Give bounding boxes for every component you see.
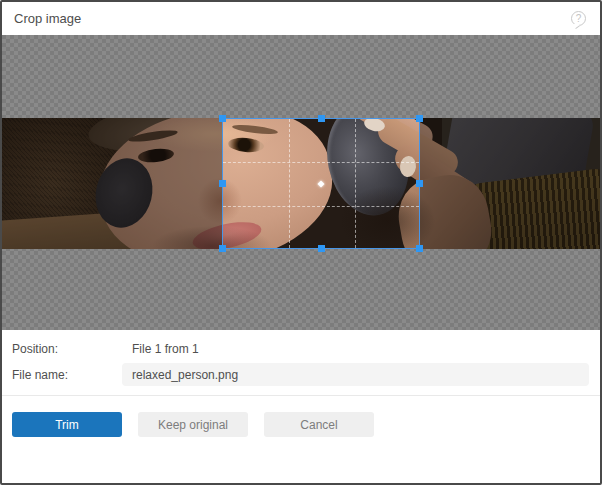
dialog-title: Crop image <box>14 11 81 26</box>
keep-original-button[interactable]: Keep original <box>138 412 248 437</box>
crop-grid-line <box>289 119 290 248</box>
filename-input[interactable] <box>122 363 589 386</box>
filename-label: File name: <box>12 368 122 382</box>
crop-handle-w[interactable] <box>219 180 226 187</box>
crop-handle-n[interactable] <box>318 115 325 122</box>
crop-image-dialog: Crop image ? <box>0 0 602 485</box>
crop-handle-se[interactable] <box>416 245 423 252</box>
crop-handle-nw[interactable] <box>219 115 226 122</box>
crop-handle-e[interactable] <box>416 180 423 187</box>
crop-dim-overlay-left <box>2 118 222 249</box>
position-label: Position: <box>12 342 122 356</box>
help-icon[interactable]: ? <box>571 11 586 26</box>
crop-handle-ne[interactable] <box>416 115 423 122</box>
cancel-button[interactable]: Cancel <box>264 412 374 437</box>
crop-grid-line <box>223 162 419 163</box>
crop-handle-sw[interactable] <box>219 245 226 252</box>
trim-button[interactable]: Trim <box>12 412 122 437</box>
crop-grid-line <box>223 206 419 207</box>
dialog-header: Crop image ? <box>2 2 600 35</box>
dialog-actions: Trim Keep original Cancel <box>2 396 600 437</box>
crop-dim-overlay-right <box>420 118 600 249</box>
crop-handle-s[interactable] <box>318 245 325 252</box>
position-value: File 1 from 1 <box>122 342 589 356</box>
crop-selection-box[interactable] <box>222 118 420 249</box>
position-row: Position: File 1 from 1 <box>12 338 589 360</box>
crop-grid-line <box>355 119 356 248</box>
filename-row: File name: <box>12 363 589 386</box>
crop-center-marker <box>317 180 324 187</box>
crop-form: Position: File 1 from 1 File name: <box>2 330 600 386</box>
crop-canvas <box>2 35 600 330</box>
